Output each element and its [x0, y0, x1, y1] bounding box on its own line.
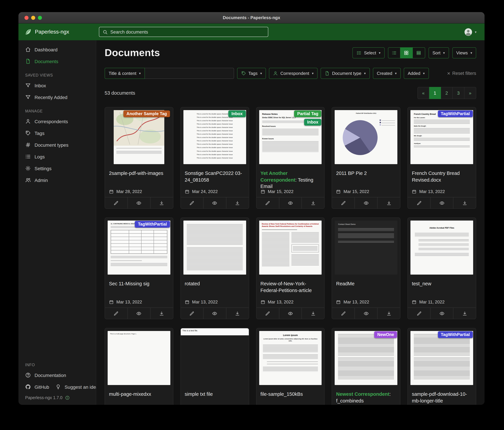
document-title[interactable]: Review-of-New-York-Federal-Petitions-art… [256, 277, 324, 294]
created-filter-button[interactable]: Created ▾ [373, 68, 401, 79]
download-document-button[interactable] [150, 197, 173, 208]
tags-filter-button[interactable]: Tags ▾ [237, 68, 266, 79]
edit-document-button[interactable] [105, 308, 127, 319]
document-title[interactable]: Sonstige ScanPC2022 03-24_081058 [181, 167, 249, 183]
view-document-button[interactable] [203, 308, 226, 319]
view-document-button[interactable] [127, 197, 150, 208]
document-title[interactable]: French Country Bread Revised.docx [408, 167, 476, 183]
pagination-page-3[interactable]: 3 [453, 87, 464, 99]
sidebar-item-logs[interactable]: Logs [18, 151, 96, 162]
added-filter-button[interactable]: Added ▾ [404, 68, 429, 79]
document-thumbnail[interactable]: Review of New York Federal Petitions for… [256, 218, 324, 277]
document-title[interactable]: 2sample-pdf-with-images [105, 167, 173, 182]
document-card[interactable]: TagWithPartial French Country Bread For … [407, 107, 476, 209]
sidebar-item-suggest-idea[interactable]: Suggest an idea [52, 381, 101, 393]
document-thumbnail[interactable]: Another Sample Tag [105, 107, 173, 167]
tag-badge[interactable]: Inbox [304, 119, 321, 126]
edit-document-button[interactable] [181, 308, 203, 319]
brand[interactable]: Paperless-ngx [18, 28, 92, 36]
edit-document-button[interactable] [256, 197, 279, 208]
document-card[interactable]: This is a test file. simple txt file [180, 328, 249, 405]
document-card[interactable]: Inbox This is a test for the double spac… [180, 107, 249, 209]
reset-filters-button[interactable]: × Reset filters [447, 71, 476, 76]
document-title[interactable]: 2011 BP Pie 2 [332, 167, 400, 182]
document-card[interactable]: Lorem ipsum Lorem ipsum dolor sit amet, … [256, 328, 325, 405]
download-document-button[interactable] [226, 308, 249, 319]
view-list-button[interactable] [388, 47, 400, 58]
document-title[interactable]: multi-page-mixedxx [105, 388, 173, 403]
user-menu[interactable]: ▾ [464, 27, 477, 37]
view-document-button[interactable] [127, 308, 150, 319]
tag-badge[interactable]: Another Sample Tag [123, 111, 170, 117]
document-title[interactable]: Yet Another Correspondent: Testing Email [256, 167, 324, 186]
download-document-button[interactable] [302, 197, 324, 208]
view-document-button[interactable] [430, 197, 453, 208]
document-thumbnail[interactable]: NewOne [332, 328, 400, 388]
sidebar-item-correspondents[interactable]: Correspondents [18, 115, 96, 127]
view-document-button[interactable] [355, 308, 378, 319]
pagination-page-1[interactable]: 1 [429, 87, 441, 99]
tag-badge[interactable]: TagWithPartial [135, 221, 170, 228]
sidebar-item-admin[interactable]: Admin [18, 174, 96, 186]
tag-badge[interactable]: Inbox [228, 111, 246, 117]
document-card[interactable]: Patient BP Distribution 2011 2011 BP Pie… [332, 107, 401, 209]
document-thumbnail[interactable]: Adobe Acrobat PDF Files [408, 218, 476, 277]
document-title[interactable]: simple txt file [181, 388, 249, 403]
edit-document-button[interactable] [181, 197, 203, 208]
document-card[interactable]: TagWithPartial sample-pdf-download-10-mb… [407, 328, 476, 405]
document-card[interactable]: Review of New York Federal Petitions for… [256, 217, 325, 319]
document-thumbnail[interactable]: Partial TagInbox Release Notes Simba ODB… [256, 107, 324, 167]
document-title[interactable]: Sec 11-Missing sig [105, 277, 173, 292]
download-document-button[interactable] [453, 197, 476, 208]
sidebar-item-dashboard[interactable]: Dashboard [18, 44, 96, 55]
sidebar-item-documentation[interactable]: Documentation [18, 369, 96, 381]
select-button[interactable]: Select ▾ [353, 47, 385, 58]
document-thumbnail[interactable]: Contact Sheet Demo [332, 218, 400, 277]
document-title[interactable]: test_new [408, 277, 476, 292]
document-title[interactable]: Newest Correspondent: f_combineds [332, 388, 400, 404]
tag-badge[interactable]: NewOne [374, 331, 397, 338]
tag-badge[interactable]: TagWithPartial [438, 111, 473, 117]
views-button[interactable]: Views ▾ [452, 47, 476, 58]
download-document-button[interactable] [378, 197, 400, 208]
document-card[interactable]: Adobe Acrobat PDF Files test_new Mar 11,… [407, 217, 476, 319]
document-card[interactable]: This is a multi page document. Page 1. m… [105, 328, 173, 405]
view-document-button[interactable] [355, 197, 378, 208]
close-window-button[interactable] [25, 16, 28, 20]
sidebar-item-settings[interactable]: Settings [18, 162, 96, 174]
document-title[interactable]: file-sample_150kBs [256, 388, 324, 403]
document-thumbnail[interactable]: Lorem ipsum Lorem ipsum dolor sit amet, … [256, 328, 324, 388]
window-titlebar[interactable]: Documents - Paperless-ngx [18, 12, 485, 24]
sidebar-item-tags[interactable]: Tags [18, 127, 96, 139]
document-thumbnail[interactable]: TagWithPartial [408, 328, 476, 388]
download-document-button[interactable] [226, 197, 249, 208]
document-card[interactable]: NewOne Newest Correspondent: f_combineds [332, 328, 401, 405]
edit-document-button[interactable] [408, 197, 430, 208]
document-card[interactable]: Contact Sheet Demo ReadMe Mar 13, 2022 [332, 217, 401, 319]
document-thumbnail[interactable]: This is a multi page document. Page 1. [105, 328, 173, 388]
download-document-button[interactable] [150, 308, 173, 319]
download-document-button[interactable] [453, 308, 476, 319]
edit-document-button[interactable] [105, 197, 127, 208]
sidebar-item-inbox[interactable]: Inbox [18, 80, 96, 91]
sidebar-item-document-types[interactable]: Document types [18, 139, 96, 151]
view-document-button[interactable] [279, 308, 302, 319]
document-card[interactable]: rotated Mar 13, 2022 [180, 217, 249, 319]
title-content-filter-button[interactable]: Title & content ▾ [105, 68, 145, 79]
edit-document-button[interactable] [408, 308, 430, 319]
info-icon[interactable] [65, 395, 70, 400]
title-content-filter-input[interactable] [145, 68, 234, 79]
view-document-button[interactable] [203, 197, 226, 208]
download-document-button[interactable] [302, 308, 324, 319]
edit-document-button[interactable] [332, 197, 355, 208]
minimize-window-button[interactable] [31, 16, 35, 20]
sidebar-item-github[interactable]: GitHub [18, 381, 52, 393]
document-thumbnail[interactable]: This is a test file. [181, 328, 249, 388]
document-card[interactable]: Another Sample Tag 2sample-pdf-with-imag… [105, 107, 173, 209]
zoom-window-button[interactable] [38, 16, 42, 20]
edit-document-button[interactable] [332, 308, 355, 319]
document-title[interactable]: sample-pdf-download-10-mb-longer-title [408, 388, 476, 404]
document-type-filter-button[interactable]: Document type ▾ [321, 68, 370, 79]
sort-button[interactable]: Sort ▾ [428, 47, 449, 58]
view-document-button[interactable] [430, 308, 453, 319]
